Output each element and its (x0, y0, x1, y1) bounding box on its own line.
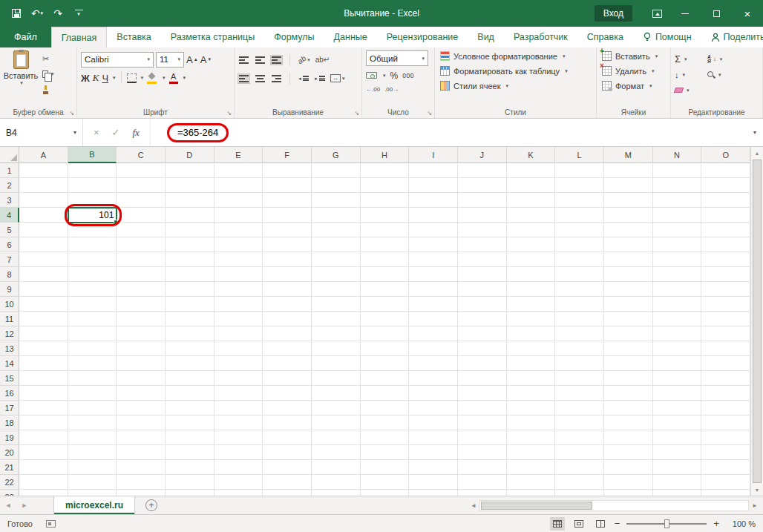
cell-E17[interactable] (215, 401, 263, 416)
cell-A21[interactable] (19, 460, 68, 475)
column-header-H[interactable]: H (361, 147, 410, 163)
align-bottom-button[interactable] (271, 56, 282, 65)
cell-A20[interactable] (19, 445, 68, 460)
cell-J7[interactable] (458, 252, 507, 267)
cell-L9[interactable] (555, 282, 604, 297)
cell-C7[interactable] (117, 252, 166, 267)
cell-H8[interactable] (361, 267, 410, 282)
cell-A19[interactable] (19, 430, 68, 445)
row-header-11[interactable]: 11 (0, 312, 19, 326)
align-left-button[interactable] (238, 74, 249, 83)
cell-E16[interactable] (215, 386, 263, 401)
underline-button[interactable]: Ч (102, 73, 108, 84)
cell-A17[interactable] (19, 401, 68, 416)
cell-E5[interactable] (215, 223, 263, 237)
cell-A13[interactable] (19, 341, 68, 356)
cell-B21[interactable] (68, 460, 117, 475)
cell-F7[interactable] (263, 252, 312, 267)
cell-D7[interactable] (166, 252, 215, 267)
cell-G20[interactable] (312, 445, 361, 460)
cell-L22[interactable] (555, 475, 604, 490)
sort-filter-button[interactable]: АЯ↓▾ (707, 51, 744, 67)
cell-M5[interactable] (604, 223, 653, 237)
cell-K2[interactable] (507, 178, 556, 193)
cell-I18[interactable] (409, 416, 458, 430)
cell-H15[interactable] (361, 371, 410, 386)
cell-I21[interactable] (409, 460, 458, 475)
cell-E7[interactable] (215, 252, 263, 267)
vertical-scrollbar[interactable]: ▲ ▼ (750, 147, 763, 496)
cell-M7[interactable] (604, 252, 653, 267)
cell-O2[interactable] (701, 178, 750, 193)
wrap-text-button[interactable]: ab↵ (315, 56, 330, 64)
tab-Помощн[interactable]: Помощн (633, 27, 701, 47)
cell-K14[interactable] (507, 356, 556, 371)
cell-C11[interactable] (117, 312, 166, 326)
cell-F17[interactable] (263, 401, 312, 416)
orientation-button[interactable]: ab▾ (298, 56, 310, 64)
cell-D1[interactable] (166, 163, 215, 178)
cell-L11[interactable] (555, 312, 604, 326)
cell-M16[interactable] (604, 386, 653, 401)
cell-H5[interactable] (361, 223, 410, 237)
cell-O14[interactable] (701, 356, 750, 371)
cell-D4[interactable] (166, 208, 215, 223)
cell-M19[interactable] (604, 430, 653, 445)
alignment-dialog-launcher[interactable]: ↘ (354, 111, 359, 116)
row-header-2[interactable]: 2 (0, 178, 19, 193)
cell-N19[interactable] (653, 430, 702, 445)
cell-G15[interactable] (312, 371, 361, 386)
save-button[interactable] (7, 4, 25, 23)
cell-A7[interactable] (19, 252, 68, 267)
row-header-6[interactable]: 6 (0, 237, 19, 252)
cell-A3[interactable] (19, 193, 68, 208)
cell-A15[interactable] (19, 371, 68, 386)
cell-B9[interactable] (68, 282, 117, 297)
cell-D10[interactable] (166, 297, 215, 312)
tab-Рецензирование[interactable]: Рецензирование (377, 27, 468, 47)
cell-E23[interactable] (215, 490, 263, 496)
cell-B6[interactable] (68, 237, 117, 252)
cell-C17[interactable] (117, 401, 166, 416)
cell-I1[interactable] (409, 163, 458, 178)
cell-F3[interactable] (263, 193, 312, 208)
column-header-K[interactable]: K (507, 147, 556, 163)
cell-G10[interactable] (312, 297, 361, 312)
cell-K10[interactable] (507, 297, 556, 312)
cell-E1[interactable] (215, 163, 263, 178)
clipboard-dialog-launcher[interactable]: ↘ (69, 111, 74, 116)
cell-G12[interactable] (312, 326, 361, 341)
cell-J2[interactable] (458, 178, 507, 193)
cell-F16[interactable] (263, 386, 312, 401)
redo-button[interactable]: ↷ (49, 4, 67, 23)
cell-C16[interactable] (117, 386, 166, 401)
cell-B11[interactable] (68, 312, 117, 326)
cell-N18[interactable] (653, 416, 702, 430)
cell-E18[interactable] (215, 416, 263, 430)
cell-O10[interactable] (701, 297, 750, 312)
cell-C19[interactable] (117, 430, 166, 445)
cell-I22[interactable] (409, 475, 458, 490)
zoom-slider[interactable] (626, 523, 707, 525)
cell-G6[interactable] (312, 237, 361, 252)
horizontal-scroll-thumb[interactable] (481, 502, 592, 510)
cell-D8[interactable] (166, 267, 215, 282)
cell-E2[interactable] (215, 178, 263, 193)
customize-qat-button[interactable]: ▾ (70, 4, 88, 23)
cell-F5[interactable] (263, 223, 312, 237)
cell-H14[interactable] (361, 356, 410, 371)
row-header-22[interactable]: 22 (0, 475, 19, 490)
cell-N11[interactable] (653, 312, 702, 326)
cell-I10[interactable] (409, 297, 458, 312)
cell-O3[interactable] (701, 193, 750, 208)
cell-O20[interactable] (701, 445, 750, 460)
cell-D15[interactable] (166, 371, 215, 386)
cell-L6[interactable] (555, 237, 604, 252)
cell-G13[interactable] (312, 341, 361, 356)
fill-button[interactable]: ↓▾ (675, 67, 707, 82)
cell-M18[interactable] (604, 416, 653, 430)
cell-N12[interactable] (653, 326, 702, 341)
increase-decimal-button[interactable]: ←.00 (366, 86, 380, 93)
cell-C21[interactable] (117, 460, 166, 475)
cell-N8[interactable] (653, 267, 702, 282)
